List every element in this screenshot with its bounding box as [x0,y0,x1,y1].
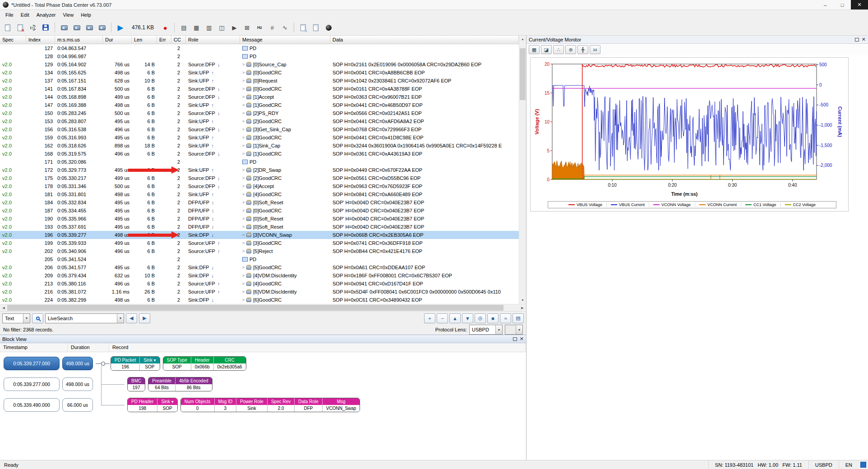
crosshair-button[interactable]: ╋ [577,45,588,54]
table-row[interactable]: v2.02240:05.382.299498 us6 B2Sink:DFP↓>[… [0,296,519,304]
table-row[interactable]: v2.01870:05.334.455495 us6 B2DFP/UFP↕>[0… [0,207,519,215]
block-record-row[interactable]: 0:05.339.277.000498.000 usPD PacketSink … [4,355,522,372]
zoom-in-button[interactable]: + [424,313,435,323]
stop-search-button[interactable]: ■ [487,313,499,323]
menu-edit[interactable]: Edit [17,11,33,19]
expand-chevron-icon[interactable]: > [242,198,245,207]
close-capture-button[interactable] [14,22,26,33]
maximize-button[interactable]: □ [834,0,851,9]
table-row[interactable]: v2.01440:05.168.898499 us6 B2Source:DFP↓… [0,93,519,101]
block-record-row[interactable]: 0:05.339.490.00066.000 usPD HeaderSink ▾… [4,396,522,414]
close-panel-icon[interactable]: ✕ [520,336,524,342]
goto-last-button[interactable]: ▼ [462,313,473,323]
block-duration[interactable]: 498.000 us [62,377,93,391]
table-row[interactable]: v2.01900:05.335.966495 us6 B2DFP/UFP↕>[0… [0,215,519,223]
table-row[interactable]: v2.01560:05.316.538496 us6 B2Source:DFP↓… [0,125,519,133]
legend-item[interactable]: VBUS Current [606,202,649,207]
block-timestamp[interactable]: 0:05.339.277.000 [4,357,60,370]
timebase-button[interactable]: 12 [590,45,600,54]
expand-chevron-icon[interactable]: > [242,231,245,239]
capture-settings-button[interactable] [27,22,39,33]
scroll-track[interactable] [519,43,526,297]
minimize-button[interactable]: – [817,0,834,9]
expand-chevron-icon[interactable]: > [242,280,245,288]
blockview-column-duration[interactable]: Duration [68,343,109,352]
table-row[interactable]: 1270:04.863.5472PD [0,44,519,52]
table-row[interactable]: v2.01930:05.337.691495 us6 B2DFP/UFP↕>[0… [0,223,519,231]
expand-chevron-icon[interactable]: > [242,174,245,182]
navigator-view-button[interactable]: ▤ [178,22,189,33]
float-panel-icon[interactable] [513,337,517,341]
expand-chevron-icon[interactable]: > [242,125,245,133]
device-settings-button[interactable] [71,22,83,33]
expand-chevron-icon[interactable]: > [242,288,245,296]
table-row[interactable]: v2.02130:05.380.116496 us6 B2Source:UFP↑… [0,280,519,288]
expand-chevron-icon[interactable]: > [242,296,245,304]
save-chart-button[interactable]: ◪ [541,45,552,54]
float-panel-icon[interactable] [855,38,859,41]
packet-block[interactable]: Num ObjectsMsg IDPower RoleSpec RevData … [180,398,360,412]
zoom-out-button[interactable]: − [437,313,448,323]
table-row[interactable]: 2050:05.341.5242PD [0,255,519,263]
legend-item[interactable]: VCONN Voltage [649,202,695,207]
packet-view-button[interactable]: ▥ [203,22,215,33]
expand-chevron-icon[interactable]: > [242,190,245,198]
scroll-down-icon[interactable]: ▼ [519,297,526,304]
chevron-down-icon[interactable]: ▾ [117,314,124,323]
table-horizontal-scrollbar[interactable]: ◀ ▶ [0,304,526,311]
table-row[interactable]: v2.01530:05.283.807495 us6 B2Sink:UFP↑>[… [0,117,519,125]
menu-help[interactable]: Help [77,11,95,19]
table-row[interactable]: v2.02090:05.379.434632 us10 B2Sink:DFP↓>… [0,271,519,280]
run-view-button[interactable]: ▶ [228,22,240,33]
column-header-err[interactable]: Err [157,36,171,44]
close-panel-icon[interactable]: ✕ [862,37,866,42]
table-row[interactable]: v2.02060:05.341.577495 us6 B2Sink:DFP↓>[… [0,263,519,271]
scatter-mode-button[interactable]: ∴ [553,45,564,54]
matrix-view-button[interactable]: # [266,22,278,33]
packet-block[interactable]: PD HeaderSink ▾198SOP [127,398,178,412]
expand-chevron-icon[interactable]: > [242,77,245,85]
blockview-column-record[interactable]: Record [109,343,526,352]
device-download-button[interactable] [83,22,95,33]
table-row[interactable]: v2.01410:05.167.834500 us6 B2Source:DFP↓… [0,85,519,93]
packet-block[interactable]: PD PacketSink ▾196SOP [111,356,160,371]
packet-block[interactable]: SOP TypeHeaderCRCSOP0x066b0x2eb305a6 [163,356,246,371]
expand-chevron-icon[interactable]: > [242,133,245,142]
expand-chevron-icon[interactable]: > [242,109,245,117]
packet-block[interactable]: Preamble4b5b Encoded64 Bits86 Bits [148,377,212,391]
search-prev-button[interactable]: ◀ [126,313,137,323]
legend-item[interactable]: CC1 Voltage [741,202,780,207]
new-capture-button[interactable] [2,22,14,33]
expand-chevron-icon[interactable]: > [242,150,245,158]
menu-file[interactable]: File [2,11,17,19]
legend-item[interactable]: CC2 Voltage [780,202,820,207]
block-record-row[interactable]: 0:05.339.277.000498.000 usBMC197Preamble… [4,376,522,393]
expand-chevron-icon[interactable]: > [242,60,245,69]
expand-chevron-icon[interactable]: > [242,207,245,215]
expand-chevron-icon[interactable]: > [242,117,245,125]
hscroll-thumb[interactable] [7,305,503,311]
expand-chevron-icon[interactable]: > [242,182,245,190]
table-row[interactable]: v2.01780:05.331.346500 us6 B2Source:DFP↓… [0,182,519,190]
scroll-up-icon[interactable]: ▲ [519,36,526,43]
scroll-left-icon[interactable]: ◀ [0,304,7,311]
protocol-lens-select[interactable]: USBPD ▾ [469,325,503,335]
expand-chevron-icon[interactable]: > [242,223,245,231]
split-view-button[interactable]: ◫ [216,22,227,33]
expand-chevron-icon[interactable]: > [242,215,245,223]
transaction-view-button[interactable]: ▦ [190,22,202,33]
device-info-button[interactable] [96,22,108,33]
filter-type-select[interactable]: Text ▾ [2,313,30,323]
table-row[interactable]: v2.01370:05.167.151628 us10 B2Sink:UFP↑>… [0,77,519,85]
save-button[interactable] [40,22,51,33]
block-duration[interactable]: 66.000 us [62,398,93,412]
blockview-column-timestamp[interactable]: Timestamp [0,343,68,352]
waveform-view-button[interactable]: ∿ [279,22,291,33]
voltage-current-chart[interactable]: 051015205000-500-1,000-1,500-2,0000:100:… [530,57,849,212]
chevron-down-icon[interactable]: ▾ [23,314,30,323]
expand-chevron-icon[interactable]: > [242,142,245,150]
table-row[interactable]: v2.01720:05.329.773495 us6 B2Sink:UFP↑>[… [0,166,519,174]
menu-analyzer[interactable]: Analyzer [33,11,60,19]
column-header-data[interactable]: Data [330,36,519,44]
legend-item[interactable]: VCONN Current [695,202,741,207]
